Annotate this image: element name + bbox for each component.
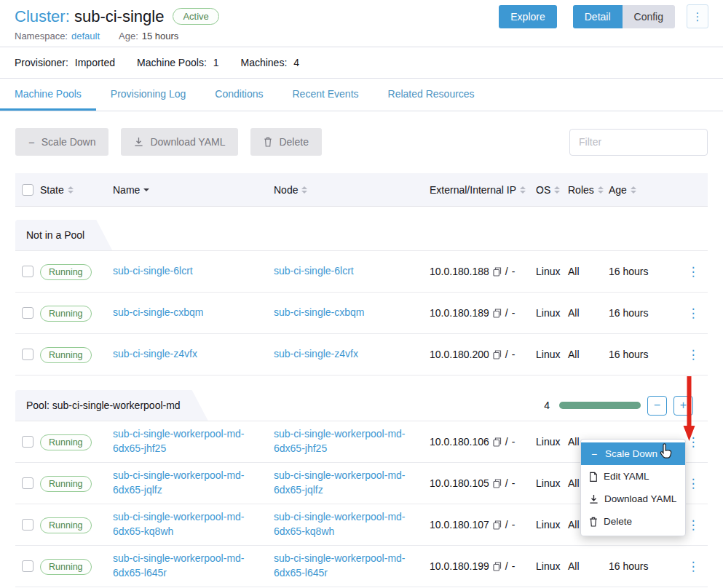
column-header-os[interactable]: OS: [536, 184, 568, 196]
row-checkbox[interactable]: [22, 519, 33, 531]
machine-name-link[interactable]: sub-ci-single-workerpool-md-6dx65-kq8wh: [113, 510, 274, 539]
row-checkbox[interactable]: [22, 436, 33, 448]
menu-item-edit-yaml[interactable]: Edit YAML: [581, 465, 685, 488]
ip-separator: /: [505, 266, 508, 277]
machine-pools-info: Machine Pools: 1: [137, 57, 218, 68]
ip-separator: /: [505, 349, 508, 360]
column-header-age[interactable]: Age: [609, 184, 679, 196]
download-yaml-button[interactable]: Download YAML: [121, 128, 238, 156]
age-cell: 16 hours: [609, 349, 679, 360]
download-icon: [589, 494, 598, 504]
table-row: Running sub-ci-single-workerpool-md-6dx6…: [15, 546, 708, 587]
machine-name-link[interactable]: sub-ci-single-cxbqm: [113, 306, 212, 320]
column-header-roles[interactable]: Roles: [568, 184, 609, 196]
detail-button[interactable]: Detail: [573, 5, 623, 28]
sort-icon: [631, 186, 636, 194]
roles-cell: All: [568, 560, 609, 572]
tab-machine-pools[interactable]: Machine Pools: [0, 79, 96, 111]
column-header-node[interactable]: Node: [274, 184, 430, 196]
pool-scale-down-button[interactable]: −: [647, 396, 667, 416]
cluster-actions-kebab-button[interactable]: ⋮: [687, 4, 708, 28]
copy-icon[interactable]: [493, 267, 502, 277]
row-checkbox[interactable]: [22, 560, 33, 572]
os-cell: Linux: [536, 519, 568, 531]
row-actions-kebab-icon[interactable]: ⋮: [679, 264, 708, 279]
name-header-label: Name: [113, 184, 140, 196]
row-checkbox[interactable]: [22, 349, 33, 360]
scale-down-button[interactable]: − Scale Down: [15, 128, 108, 156]
select-all-checkbox[interactable]: [22, 184, 33, 196]
external-ip: 10.0.180.106: [430, 436, 489, 448]
machine-name-link[interactable]: sub-ci-single-workerpool-md-6dx65-jhf25: [113, 427, 274, 456]
os-cell: Linux: [536, 436, 568, 448]
age-cell: 16 hours: [609, 307, 679, 319]
ip-separator: /: [505, 436, 508, 448]
tab-recent-events[interactable]: Recent Events: [278, 79, 374, 111]
row-actions-kebab-icon[interactable]: ⋮: [679, 306, 708, 321]
copy-icon[interactable]: [493, 479, 502, 488]
select-all-cell: [15, 184, 40, 196]
table-row: Running sub-ci-single-6lcrt sub-ci-singl…: [15, 251, 708, 293]
os-cell: Linux: [536, 266, 568, 277]
detail-config-button-group: Detail Config: [573, 5, 675, 28]
external-ip: 10.0.180.199: [430, 560, 489, 572]
menu-scale-down-label: Scale Down: [605, 448, 657, 459]
node-link[interactable]: sub-ci-single-6lcrt: [274, 264, 363, 279]
column-header-ip[interactable]: External/Internal IP: [430, 184, 536, 196]
sort-icon: [520, 186, 526, 194]
namespace-link[interactable]: default: [71, 31, 100, 41]
delete-label: Delete: [279, 136, 308, 148]
table-row: Running sub-ci-single-z4vfx sub-ci-singl…: [15, 334, 708, 376]
row-checkbox[interactable]: [22, 477, 33, 489]
tab-related-resources[interactable]: Related Resources: [374, 79, 489, 111]
os-header-label: OS: [536, 184, 550, 196]
tab-conditions[interactable]: Conditions: [200, 79, 277, 111]
filter-input[interactable]: [569, 129, 708, 156]
tab-provisioning-log[interactable]: Provisioning Log: [96, 79, 201, 111]
machine-name-link[interactable]: sub-ci-single-workerpool-md-6dx65-jqlfz: [113, 469, 274, 497]
sort-icon: [301, 186, 307, 194]
pool-machine-count: 4: [544, 400, 550, 411]
internal-ip: -: [512, 560, 515, 572]
pool-scale-bar: [559, 402, 641, 409]
delete-button[interactable]: Delete: [250, 128, 321, 156]
row-actions-kebab-icon[interactable]: ⋮: [679, 347, 708, 362]
row-checkbox[interactable]: [22, 266, 33, 277]
node-link[interactable]: sub-ci-single-z4vfx: [274, 347, 367, 362]
row-checkbox[interactable]: [22, 307, 33, 319]
column-header-state[interactable]: State: [40, 184, 113, 196]
node-link[interactable]: sub-ci-single-workerpool-md-6dx65-l645r: [274, 552, 430, 580]
group-header-not-in-pool: Not in a Pool: [15, 220, 708, 251]
roles-cell: All: [568, 307, 609, 319]
node-link[interactable]: sub-ci-single-workerpool-md-6dx65-jhf25: [274, 427, 430, 456]
copy-icon[interactable]: [493, 520, 502, 530]
node-link[interactable]: sub-ci-single-workerpool-md-6dx65-jqlfz: [274, 469, 430, 497]
menu-item-delete[interactable]: Delete: [581, 510, 685, 533]
machines-label: Machines:: [240, 57, 287, 68]
group-tab: Pool: sub-ci-single-workerpool-md: [15, 390, 208, 421]
explore-button[interactable]: Explore: [499, 5, 556, 28]
machine-name-link[interactable]: sub-ci-single-z4vfx: [113, 347, 206, 362]
copy-icon[interactable]: [493, 562, 502, 571]
menu-item-download-yaml[interactable]: Download YAML: [581, 488, 685, 510]
copy-icon[interactable]: [493, 309, 502, 318]
age-cell: 16 hours: [609, 560, 679, 572]
menu-edit-yaml-label: Edit YAML: [604, 471, 649, 482]
machine-name-link[interactable]: sub-ci-single-6lcrt: [113, 264, 202, 279]
row-actions-kebab-icon[interactable]: ⋮: [679, 559, 708, 574]
node-link[interactable]: sub-ci-single-cxbqm: [274, 306, 373, 320]
roles-cell: All: [568, 266, 609, 277]
copy-icon[interactable]: [493, 437, 502, 447]
column-header-name[interactable]: Name: [113, 184, 274, 196]
os-cell: Linux: [536, 307, 568, 319]
node-link[interactable]: sub-ci-single-workerpool-md-6dx65-kq8wh: [274, 510, 430, 539]
header-actions: Explore Detail Config ⋮: [499, 4, 708, 28]
external-ip: 10.0.180.188: [430, 266, 489, 277]
copy-icon[interactable]: [493, 350, 502, 359]
machine-pools-label: Machine Pools:: [137, 57, 207, 68]
os-cell: Linux: [536, 477, 568, 489]
config-button[interactable]: Config: [623, 5, 675, 28]
machine-name-link[interactable]: sub-ci-single-workerpool-md-6dx65-l645r: [113, 552, 274, 580]
minus-icon: −: [28, 136, 35, 148]
sort-desc-icon: [143, 188, 149, 191]
